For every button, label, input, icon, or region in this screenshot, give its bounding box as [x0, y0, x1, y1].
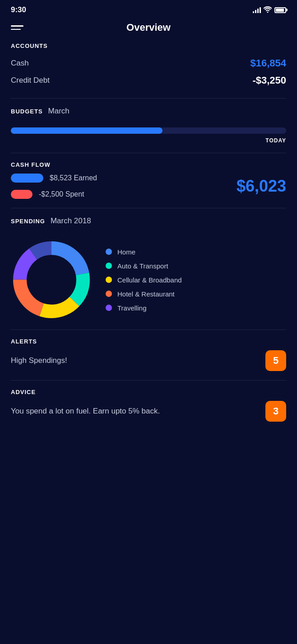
divider-3: [11, 208, 286, 208]
menu-icon[interactable]: [11, 25, 23, 30]
status-bar: 9:30: [0, 0, 297, 18]
wifi-icon: [264, 6, 272, 14]
alerts-label: ALERTS: [11, 338, 286, 345]
legend-dot-cellular: [106, 277, 112, 283]
advice-section: ADVICE You spend a lot on fuel. Earn upt…: [11, 389, 286, 422]
divider-2: [11, 153, 286, 153]
spending-label: SPENDING: [11, 218, 45, 225]
spending-month: March 2018: [51, 216, 91, 226]
account-value-credit: -$3,250: [252, 75, 286, 86]
legend-item-hotel: Hotel & Restaurant: [106, 290, 182, 298]
legend-dot-travelling: [106, 305, 112, 311]
alerts-content: High Spendings! 5: [11, 350, 286, 371]
budgets-month: March: [48, 107, 70, 116]
spending-donut-chart: [11, 239, 92, 320]
legend-label-auto: Auto & Transport: [117, 262, 168, 270]
cashflow-earned-text: $8,523 Earned: [50, 174, 97, 182]
accounts-section: ACCOUNTS Cash $16,854 Credit Debt -$3,25…: [11, 42, 286, 89]
header: Overview: [0, 18, 297, 42]
account-name-cash: Cash: [11, 59, 29, 68]
signal-icon: [253, 7, 261, 13]
legend-label-travelling: Travelling: [117, 304, 146, 312]
budgets-section: BUDGETS March TODAY: [11, 107, 286, 144]
legend-item-home: Home: [106, 248, 182, 256]
main-content: ACCOUNTS Cash $16,854 Credit Debt -$3,25…: [0, 42, 297, 422]
advice-content: You spend a lot on fuel. Earn upto 5% ba…: [11, 401, 286, 422]
cashflow-earned-row: $8,523 Earned: [11, 174, 97, 183]
legend-item-travelling: Travelling: [106, 304, 182, 312]
legend-label-hotel: Hotel & Restaurant: [117, 290, 175, 298]
legend-dot-home: [106, 249, 112, 255]
battery-icon: [274, 7, 286, 13]
svg-point-7: [28, 256, 75, 303]
spending-section: SPENDING March 2018: [11, 216, 286, 320]
budgets-label: BUDGETS: [11, 108, 43, 115]
divider-4: [11, 329, 286, 330]
advice-badge[interactable]: 3: [265, 401, 286, 422]
alerts-badge[interactable]: 5: [265, 350, 286, 371]
account-row-cash[interactable]: Cash $16,854: [11, 55, 286, 72]
account-row-credit[interactable]: Credit Debt -$3,250: [11, 72, 286, 89]
spending-content: Home Auto & Transport Cellular & Broadba…: [11, 239, 286, 320]
cashflow-spent-text: -$2,500 Spent: [39, 190, 84, 198]
advice-text: You spend a lot on fuel. Earn upto 5% ba…: [11, 407, 258, 416]
budget-progress-dot: [280, 128, 284, 133]
legend-dot-auto: [106, 263, 112, 269]
alerts-section: ALERTS High Spendings! 5: [11, 338, 286, 371]
spent-bar: [11, 190, 32, 199]
account-name-credit: Credit Debt: [11, 76, 50, 85]
page-title: Overview: [126, 22, 171, 33]
spending-legend: Home Auto & Transport Cellular & Broadba…: [106, 248, 182, 312]
legend-label-cellular: Cellular & Broadband: [117, 276, 182, 284]
budget-progress-fill: [11, 127, 162, 134]
today-label: TODAY: [11, 137, 286, 144]
advice-label: ADVICE: [11, 389, 286, 395]
status-icons: [253, 6, 286, 14]
divider-5: [11, 380, 286, 381]
budget-progress-bar: [11, 127, 286, 134]
legend-item-auto: Auto & Transport: [106, 262, 182, 270]
cashflow-label: CASH FLOW: [11, 161, 286, 168]
account-value-cash: $16,854: [250, 57, 286, 69]
alerts-text: High Spendings!: [11, 356, 67, 365]
legend-item-cellular: Cellular & Broadband: [106, 276, 182, 284]
cashflow-total: $6,023: [237, 177, 286, 196]
accounts-label: ACCOUNTS: [11, 42, 286, 49]
status-time: 9:30: [11, 5, 26, 14]
cashflow-content: $8,523 Earned -$2,500 Spent $6,023: [11, 174, 286, 199]
divider-1: [11, 98, 286, 99]
legend-dot-hotel: [106, 291, 112, 297]
legend-label-home: Home: [117, 248, 135, 256]
earned-bar: [11, 174, 43, 183]
cashflow-spent-row: -$2,500 Spent: [11, 190, 97, 199]
cashflow-left: $8,523 Earned -$2,500 Spent: [11, 174, 97, 199]
cashflow-section: CASH FLOW $8,523 Earned -$2,500 Spent $6…: [11, 161, 286, 199]
